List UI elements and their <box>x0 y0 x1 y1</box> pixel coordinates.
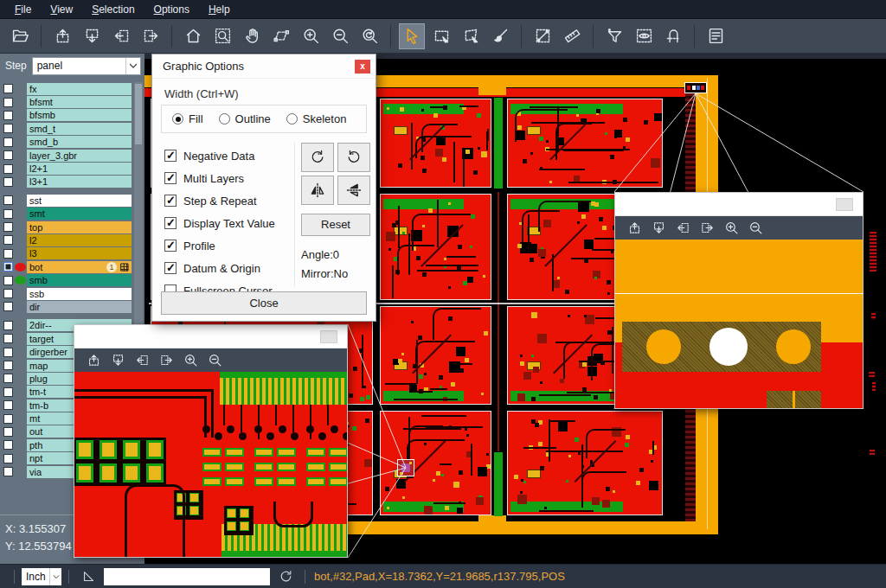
layer-checkbox-pth[interactable] <box>3 440 13 450</box>
menu-options[interactable]: Options <box>144 1 199 18</box>
layer-checkbox-2dir[interactable] <box>3 321 13 330</box>
tool-home[interactable] <box>180 23 206 49</box>
popup-tool-pan-up[interactable] <box>83 351 104 370</box>
layer-checkbox-l3-1[interactable] <box>3 177 13 187</box>
layer-row-l3[interactable]: l3 <box>0 247 144 260</box>
layer-row-bfsmb[interactable]: bfsmb <box>0 109 144 122</box>
tool-poly-select[interactable] <box>458 23 484 49</box>
layer-checkbox-l2[interactable] <box>3 235 13 245</box>
rotate-ccw-button[interactable] <box>337 143 370 172</box>
layer-checkbox-smt[interactable] <box>3 209 13 219</box>
checkbox-step-repeat[interactable]: Step & Repeat <box>164 189 275 212</box>
layer-checkbox-bot[interactable] <box>3 262 13 272</box>
popup-tool-zoom-in[interactable] <box>721 219 742 238</box>
layer-checkbox-bfsmb[interactable] <box>3 111 13 120</box>
menu-help[interactable]: Help <box>199 1 240 18</box>
layer-checkbox-out[interactable] <box>3 427 13 437</box>
layer-checkbox-sst[interactable] <box>3 195 13 205</box>
tool-drag-view[interactable] <box>268 23 294 49</box>
tool-filter[interactable] <box>601 23 627 49</box>
layer-checkbox-dir[interactable] <box>3 302 13 311</box>
layer-row-bot[interactable]: bot1 <box>0 260 144 273</box>
popup-tool-pan-left[interactable] <box>132 351 152 370</box>
tool-zoom-back[interactable] <box>356 23 382 49</box>
layer-row-sst[interactable]: sst <box>0 194 144 207</box>
angle-tool-icon[interactable] <box>80 568 97 585</box>
layer-checkbox-fx[interactable] <box>3 84 13 93</box>
tool-cursor-select[interactable] <box>399 23 425 49</box>
layer-checkbox-via[interactable] <box>3 467 13 476</box>
layer-checkbox-mt[interactable] <box>3 414 13 424</box>
radio-fill[interactable]: Fill <box>172 112 203 125</box>
flip-h-button[interactable] <box>301 176 334 205</box>
layer-checkbox-top[interactable] <box>3 222 13 232</box>
layer-checkbox-dirgerber[interactable] <box>3 348 13 357</box>
checkbox-datum-origin[interactable]: Datum & Origin <box>164 257 275 279</box>
layer-row-l2[interactable]: l2 <box>0 233 144 246</box>
tool-zoom-in[interactable] <box>298 23 324 49</box>
menu-selection[interactable]: Selection <box>82 1 144 18</box>
rotate-cw-button[interactable] <box>301 143 334 172</box>
popup-tool-zoom-out[interactable] <box>204 351 225 370</box>
layer-row-l3-1[interactable]: l3+1 <box>0 176 144 189</box>
layer-row-fx[interactable]: fx <box>0 82 144 95</box>
menu-view[interactable]: View <box>41 1 82 18</box>
step-select[interactable]: panel <box>32 57 141 75</box>
magnified-pcb-view[interactable] <box>74 372 347 557</box>
flip-v-button[interactable] <box>337 176 370 205</box>
layer-checkbox-smd-t[interactable] <box>3 124 13 133</box>
layer-checkbox-ssb[interactable] <box>3 289 13 298</box>
tool-report[interactable] <box>703 23 729 49</box>
tool-open-folder[interactable] <box>7 23 33 49</box>
magnified-pcb-view[interactable] <box>615 240 863 408</box>
dialog-close-action-button[interactable]: Close <box>161 291 367 315</box>
tool-pan-up[interactable] <box>49 23 75 49</box>
command-input[interactable] <box>104 568 270 585</box>
layer-checkbox-tm-b[interactable] <box>3 400 13 410</box>
radio-outline[interactable]: Outline <box>219 112 271 125</box>
magnifier-popup-bottom-left[interactable] <box>74 324 348 558</box>
unit-select[interactable]: Inch <box>22 568 61 585</box>
layer-checkbox-l2-1[interactable] <box>3 164 13 174</box>
popup-tool-pan-up[interactable] <box>624 219 645 238</box>
checkbox-multi-layers[interactable]: Multi Layers <box>164 167 275 189</box>
layer-row-l2-1[interactable]: l2+1 <box>0 162 144 175</box>
layer-checkbox-target[interactable] <box>3 334 13 343</box>
layer-row-dir[interactable]: dir <box>0 300 144 313</box>
reset-button[interactable]: Reset <box>301 214 370 236</box>
popup-tool-pan-down[interactable] <box>107 351 128 370</box>
tool-hand[interactable] <box>239 23 265 49</box>
layer-checkbox-npt[interactable] <box>3 454 13 463</box>
layer-checkbox-l3[interactable] <box>3 249 13 259</box>
layer-row-smt[interactable]: smt <box>0 208 144 220</box>
layer-checkbox-plug[interactable] <box>3 374 13 383</box>
checkbox-display-text-value[interactable]: Display Text Value <box>164 212 275 234</box>
checkbox-profile[interactable]: Profile <box>164 234 275 257</box>
layer-checkbox-map[interactable] <box>3 361 13 370</box>
popup-tool-zoom-out[interactable] <box>745 219 766 238</box>
tool-zoom-out[interactable] <box>327 23 353 49</box>
layer-checkbox-smd-b[interactable] <box>3 137 13 147</box>
popup-titlebar[interactable] <box>615 193 863 216</box>
dialog-close-button[interactable]: x <box>355 60 370 74</box>
tool-zoom-area[interactable] <box>209 23 235 49</box>
popup-titlebar-button[interactable] <box>320 330 337 343</box>
popup-titlebar[interactable] <box>74 325 347 348</box>
layer-row-bfsmt[interactable]: bfsmt <box>0 95 144 108</box>
popup-tool-pan-right[interactable] <box>697 219 717 238</box>
radio-skeleton[interactable]: Skeleton <box>286 112 347 125</box>
layer-checkbox-smb[interactable] <box>3 276 13 285</box>
menu-file[interactable]: File <box>5 1 41 18</box>
layer-row-smb[interactable]: smb <box>0 273 144 286</box>
popup-titlebar-button[interactable] <box>836 198 853 211</box>
popup-tool-pan-down[interactable] <box>648 219 669 238</box>
layer-row-layer-3-gbr[interactable]: layer_3.gbr <box>0 149 144 162</box>
tool-pan-right[interactable] <box>138 23 164 49</box>
popup-tool-pan-right[interactable] <box>156 351 177 370</box>
sync-icon[interactable] <box>277 568 294 585</box>
dialog-titlebar[interactable]: Graphic Options x <box>152 54 376 79</box>
tool-pan-left[interactable] <box>108 23 134 49</box>
tool-snap[interactable] <box>660 23 686 49</box>
tool-ruler[interactable] <box>559 23 585 49</box>
layer-checkbox-bfsmt[interactable] <box>3 98 13 107</box>
